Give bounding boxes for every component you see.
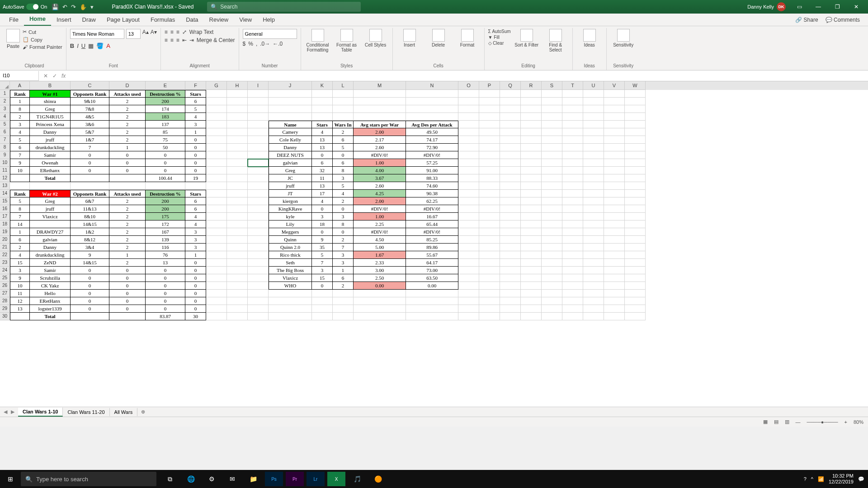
cell[interactable] — [542, 251, 562, 259]
cell[interactable]: 6&7 — [71, 197, 109, 205]
cell[interactable] — [458, 313, 479, 320]
cell[interactable] — [583, 90, 604, 98]
cell[interactable]: #DIV/0! — [354, 228, 406, 236]
autosum-button[interactable]: Σ AutoSum — [488, 29, 511, 34]
cell[interactable] — [227, 182, 248, 190]
cell[interactable] — [583, 228, 604, 236]
cell[interactable]: 7&8 — [71, 105, 109, 113]
cell[interactable] — [185, 182, 206, 190]
cell[interactable] — [248, 313, 269, 320]
cell[interactable]: 8 — [333, 167, 354, 174]
cell[interactable] — [227, 98, 248, 105]
cell[interactable]: 0.00 — [406, 282, 458, 290]
cell[interactable]: Rank — [10, 90, 30, 98]
cell[interactable] — [312, 90, 333, 98]
cell[interactable]: 15 — [312, 274, 333, 282]
sheet-tab-1[interactable]: Clan Wars 1-10 — [18, 408, 63, 417]
cell[interactable] — [406, 105, 458, 113]
row-header[interactable]: 9 — [0, 151, 10, 159]
cell[interactable] — [583, 182, 604, 190]
bold-button[interactable]: B — [70, 42, 74, 49]
cell[interactable]: 0 — [71, 305, 109, 313]
cell[interactable] — [604, 167, 625, 174]
col-header-F[interactable]: F — [185, 81, 206, 90]
cell[interactable]: 3 — [10, 267, 30, 274]
cell[interactable] — [479, 190, 500, 197]
cell[interactable] — [354, 90, 406, 98]
cell[interactable]: Princess Xena — [30, 121, 71, 128]
cell[interactable] — [354, 313, 406, 320]
cell[interactable] — [521, 167, 542, 174]
cell[interactable] — [458, 267, 479, 274]
view-page-break-icon[interactable]: ▥ — [785, 419, 789, 425]
cell[interactable] — [227, 205, 248, 213]
cell[interactable] — [248, 174, 269, 182]
cell[interactable] — [542, 274, 562, 282]
cell[interactable] — [227, 128, 248, 136]
font-name-input[interactable] — [70, 29, 124, 39]
cell[interactable] — [542, 244, 562, 251]
cell[interactable] — [248, 274, 269, 282]
cell[interactable]: War #2 — [30, 190, 71, 197]
undo-icon[interactable]: ↶ — [62, 4, 67, 10]
col-header-R[interactable]: R — [521, 81, 542, 90]
cell[interactable] — [583, 113, 604, 121]
cell[interactable]: Stars — [312, 121, 333, 128]
cell[interactable]: Vlaxicz — [30, 213, 71, 221]
cell[interactable]: 10 — [10, 282, 30, 290]
format-as-table-button[interactable]: Format as Table — [334, 29, 360, 52]
cell[interactable] — [206, 98, 227, 105]
cell[interactable] — [521, 113, 542, 121]
cell[interactable]: DEEZ NUTS — [269, 151, 312, 159]
cell[interactable] — [562, 244, 583, 251]
minimize-icon[interactable]: — — [809, 4, 827, 10]
cell[interactable] — [354, 297, 406, 305]
cell[interactable]: 0 — [185, 167, 206, 174]
col-header-J[interactable]: J — [269, 81, 312, 90]
cell[interactable] — [542, 259, 562, 267]
cell[interactable] — [248, 128, 269, 136]
sheet-tab-3[interactable]: All Wars — [110, 408, 138, 416]
cell[interactable] — [479, 205, 500, 213]
cell[interactable] — [500, 213, 521, 221]
cell[interactable] — [500, 228, 521, 236]
cell[interactable] — [521, 90, 542, 98]
cell[interactable] — [521, 282, 542, 290]
cell[interactable]: 7 — [10, 213, 30, 221]
cell[interactable] — [562, 136, 583, 144]
chrome-icon[interactable]: 🌐 — [182, 472, 200, 486]
row-header[interactable]: 25 — [0, 274, 10, 282]
cell[interactable]: ZeND — [30, 259, 71, 267]
zoom-level[interactable]: 80% — [854, 419, 863, 425]
increase-font-icon[interactable]: A▴ — [142, 29, 149, 39]
cell[interactable] — [248, 98, 269, 105]
cell[interactable] — [227, 167, 248, 174]
cell[interactable] — [604, 267, 625, 274]
cell[interactable] — [227, 259, 248, 267]
taskbar-clock[interactable]: 10:32 PM 12/22/2019 — [829, 473, 854, 485]
cell[interactable] — [458, 297, 479, 305]
cell[interactable] — [521, 221, 542, 228]
cell[interactable] — [562, 167, 583, 174]
cell[interactable] — [248, 159, 269, 167]
cell[interactable]: 91.00 — [406, 167, 458, 174]
cell[interactable]: Destruction % — [146, 190, 185, 197]
row-header[interactable]: 24 — [0, 267, 10, 274]
cell[interactable]: 2 — [109, 128, 146, 136]
row-header[interactable]: 20 — [0, 236, 10, 244]
cell[interactable]: 100.44 — [146, 174, 185, 182]
cell[interactable]: Scrubzilla — [30, 274, 71, 282]
cell[interactable] — [146, 182, 185, 190]
cell[interactable] — [479, 282, 500, 290]
cell[interactable] — [521, 197, 542, 205]
cell[interactable] — [625, 228, 646, 236]
cell[interactable] — [625, 174, 646, 182]
cell[interactable] — [333, 105, 354, 113]
align-right-icon[interactable]: ≡ — [176, 37, 179, 43]
tab-page-layout[interactable]: Page Layout — [101, 14, 145, 26]
cell[interactable]: 7 — [312, 259, 333, 267]
cell[interactable] — [500, 290, 521, 297]
cell[interactable]: logster1339 — [30, 305, 71, 313]
col-header-W[interactable]: W — [625, 81, 646, 90]
row-header[interactable]: 16 — [0, 205, 10, 213]
